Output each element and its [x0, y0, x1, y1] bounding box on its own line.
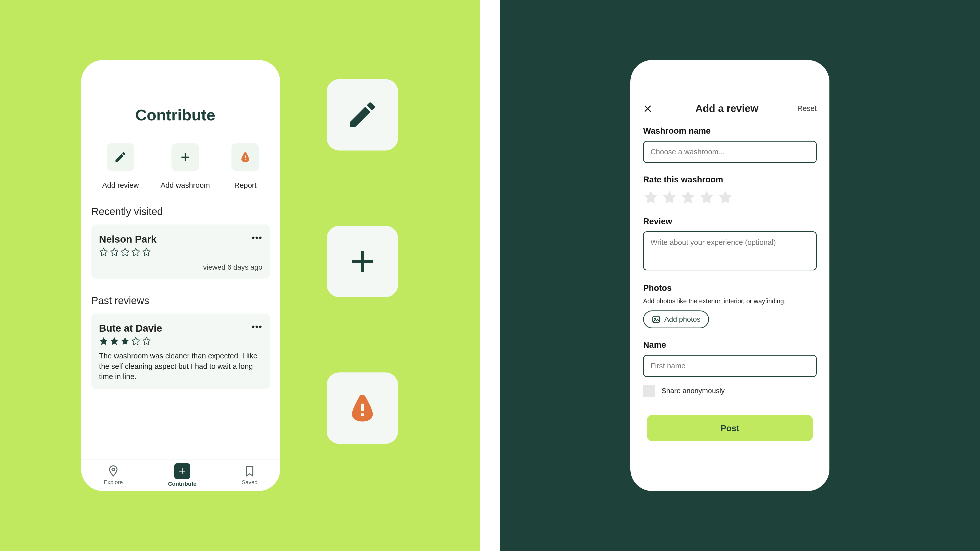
review-textarea[interactable]: [643, 231, 817, 270]
star-icon[interactable]: [662, 189, 677, 205]
tile-plus: [327, 226, 398, 297]
review-rating: [99, 337, 262, 346]
plus-icon: [179, 151, 192, 164]
add-review-label: Add review: [102, 181, 139, 189]
star-icon: [131, 337, 140, 346]
star-icon: [121, 337, 130, 346]
star-icon: [121, 248, 130, 257]
tab-explore[interactable]: Explore: [104, 465, 123, 486]
report-icon: [239, 151, 252, 164]
anon-checkbox[interactable]: [643, 385, 655, 397]
recent-card[interactable]: Nelson Park ••• viewed 6 days ago: [91, 224, 270, 279]
pencil-icon: [114, 151, 127, 164]
photos-sub: Add photos like the exterior, interior, …: [643, 297, 817, 305]
past-reviews-heading: Past reviews: [91, 295, 270, 306]
recent-rating: [99, 248, 262, 257]
photos-label: Photos: [643, 283, 817, 293]
recent-more-button[interactable]: •••: [251, 233, 262, 243]
star-icon: [110, 337, 119, 346]
tile-pencil: [327, 79, 398, 151]
close-icon: [643, 104, 652, 113]
page-title: Add a review: [695, 103, 759, 114]
star-icon: [131, 248, 140, 257]
add-washroom-action[interactable]: Add washroom: [161, 143, 210, 189]
add-washroom-label: Add washroom: [161, 181, 210, 189]
star-icon: [110, 248, 119, 257]
tab-explore-label: Explore: [104, 479, 123, 486]
svg-point-0: [112, 468, 115, 471]
report-label: Report: [234, 181, 256, 189]
page-title: Contribute: [135, 106, 280, 124]
star-icon: [142, 337, 151, 346]
action-row: Add review Add washroom Report: [81, 143, 280, 189]
washroom-label: Washroom name: [643, 126, 817, 136]
svg-point-2: [654, 318, 655, 319]
review-more-button[interactable]: •••: [251, 322, 262, 332]
floating-tiles: [327, 79, 398, 444]
bookmark-icon: [243, 465, 256, 478]
review-card[interactable]: Bute at Davie ••• The washroom was clean…: [91, 313, 270, 389]
recently-visited-heading: Recently visited: [91, 206, 270, 218]
pin-icon: [107, 465, 120, 478]
add-review-action[interactable]: Add review: [102, 143, 139, 189]
star-icon: [142, 248, 151, 257]
anon-label: Share anonymously: [662, 387, 724, 395]
star-icon: [99, 337, 108, 346]
close-button[interactable]: [643, 104, 652, 113]
recent-name: Nelson Park: [99, 233, 262, 245]
review-text: The washroom was cleaner than expected. …: [99, 351, 262, 382]
tab-contribute-label: Contribute: [168, 481, 196, 487]
plus-icon: [177, 466, 187, 476]
washroom-input[interactable]: [643, 141, 817, 163]
recent-timestamp: viewed 6 days ago: [99, 263, 262, 272]
star-icon: [99, 248, 108, 257]
plus-icon: [345, 244, 380, 279]
rate-label: Rate this washroom: [643, 175, 817, 184]
star-icon[interactable]: [699, 189, 714, 205]
review-name: Bute at Davie: [99, 323, 262, 334]
contribute-screen: Contribute Add review Add washroom Repor…: [81, 60, 280, 491]
add-photos-button[interactable]: Add photos: [643, 310, 709, 328]
pencil-icon: [346, 98, 379, 131]
review-label: Review: [643, 217, 817, 226]
tile-report: [327, 372, 398, 444]
star-icon[interactable]: [643, 189, 659, 205]
image-icon: [652, 315, 661, 324]
name-input[interactable]: [643, 355, 817, 377]
name-label: Name: [643, 340, 817, 350]
tab-contribute[interactable]: Contribute: [168, 463, 196, 487]
rating-input[interactable]: [643, 189, 817, 205]
add-review-screen: Add a review Reset Washroom name Rate th…: [630, 60, 829, 491]
star-icon[interactable]: [718, 189, 733, 205]
bottom-tabbar: Explore Contribute Saved: [81, 459, 280, 491]
post-button[interactable]: Post: [647, 415, 813, 441]
reset-button[interactable]: Reset: [797, 104, 817, 113]
tab-saved-label: Saved: [242, 479, 258, 486]
add-photos-label: Add photos: [664, 315, 700, 324]
report-action[interactable]: Report: [231, 143, 259, 189]
report-icon: [345, 390, 380, 426]
star-icon[interactable]: [680, 189, 696, 205]
tab-saved[interactable]: Saved: [242, 465, 258, 486]
